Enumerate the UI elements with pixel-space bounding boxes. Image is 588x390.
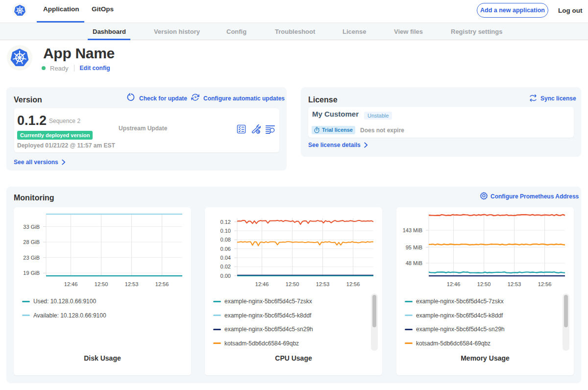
svg-text:28 GiB: 28 GiB [23, 239, 40, 245]
svg-text:12:53: 12:53 [316, 281, 330, 287]
svg-text:19 GiB: 19 GiB [23, 270, 40, 276]
svg-text:0.04: 0.04 [220, 255, 231, 261]
svg-text:12:56: 12:56 [155, 281, 169, 287]
svg-text:12:46: 12:46 [64, 281, 78, 287]
svg-text:12:46: 12:46 [255, 281, 269, 287]
svg-text:12:53: 12:53 [125, 281, 139, 287]
svg-text:48 MiB: 48 MiB [406, 260, 422, 266]
svg-text:12:46: 12:46 [447, 281, 461, 287]
svg-text:0.08: 0.08 [220, 237, 231, 243]
svg-text:12:50: 12:50 [95, 281, 108, 287]
svg-text:0.02: 0.02 [220, 264, 231, 269]
svg-text:95 MiB: 95 MiB [406, 244, 422, 250]
svg-text:12:56: 12:56 [538, 281, 552, 287]
svg-text:12:56: 12:56 [346, 281, 360, 287]
svg-text:0.00: 0.00 [220, 273, 231, 279]
svg-text:12:50: 12:50 [286, 281, 299, 287]
svg-text:12:53: 12:53 [508, 281, 521, 287]
svg-text:33 GiB: 33 GiB [23, 224, 40, 230]
svg-text:143 MiB: 143 MiB [403, 227, 422, 233]
svg-text:23 GiB: 23 GiB [23, 255, 40, 261]
svg-text:0.10: 0.10 [220, 228, 231, 234]
svg-text:0.06: 0.06 [220, 246, 231, 252]
svg-text:12:50: 12:50 [477, 281, 491, 287]
svg-text:0.12: 0.12 [220, 219, 231, 225]
